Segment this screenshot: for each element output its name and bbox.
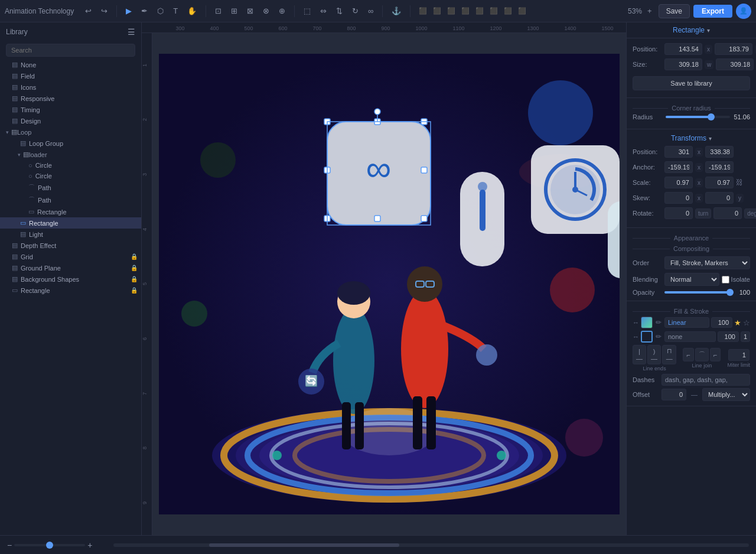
line-end-square[interactable]: ⊓— xyxy=(662,345,676,364)
boolean-tool[interactable]: ⊗ xyxy=(260,5,272,17)
search-input[interactable] xyxy=(6,44,135,57)
t-anchor-y-input[interactable] xyxy=(705,161,734,173)
save-button[interactable]: Save xyxy=(659,4,690,18)
line-join-round[interactable]: ⌒ xyxy=(695,348,709,361)
expand-tool[interactable]: ⇔ xyxy=(317,5,330,17)
t-skew-y-input[interactable] xyxy=(705,192,734,204)
align-left[interactable]: ⬛ xyxy=(416,6,429,16)
size-w-input[interactable] xyxy=(664,58,702,70)
layer-field[interactable]: ▤ Field xyxy=(0,70,141,82)
redo-button[interactable]: ↪ xyxy=(98,5,110,17)
export-button[interactable]: Export xyxy=(693,5,732,18)
scroll-thumb[interactable] xyxy=(209,543,400,547)
layer-loop-group[interactable]: ▤ Loop Group xyxy=(0,138,141,149)
layer-timing[interactable]: ▤ Timing xyxy=(0,104,141,115)
t-pos-y-input[interactable] xyxy=(705,146,734,158)
zoom-plus-toolbar[interactable]: + xyxy=(644,5,655,17)
layer-loader-header[interactable]: ▾ ▤ loader xyxy=(0,149,141,160)
layer-none[interactable]: ▤ None xyxy=(0,59,141,70)
offset-input[interactable] xyxy=(662,389,686,400)
rotate3d-tool[interactable]: ↻ xyxy=(349,5,361,17)
layer-loop-header[interactable]: ▾ ▤ Loop xyxy=(0,126,141,138)
align-tool[interactable]: ⊡ xyxy=(212,5,224,17)
transforms-chevron[interactable]: ▾ xyxy=(709,135,712,142)
sidebar-collapse-button[interactable]: ☰ xyxy=(128,27,135,37)
zoom-thumb[interactable] xyxy=(46,542,53,549)
save-to-library-button[interactable]: Save to library xyxy=(633,76,750,90)
fill-arrow-button[interactable]: ↔ xyxy=(633,319,639,326)
zoom-plus-button[interactable]: + xyxy=(87,540,92,550)
order-select[interactable]: Fill, Stroke, Markers xyxy=(664,256,750,269)
size-h-input[interactable] xyxy=(716,58,754,70)
line-join-bevel[interactable]: ⌐ xyxy=(710,348,721,361)
layer-path-1[interactable]: ⌒ Path xyxy=(0,181,141,194)
align-middle[interactable]: ⬛ xyxy=(473,6,486,16)
select-tool[interactable]: ▶ xyxy=(123,5,135,17)
hand-tool[interactable]: ✋ xyxy=(184,5,200,17)
flip-tool[interactable]: ⇅ xyxy=(333,5,346,17)
anchor-tool[interactable]: ⚓ xyxy=(389,5,404,17)
layer-responsive[interactable]: ▤ Responsive xyxy=(0,93,141,104)
distribute-tool[interactable]: ⊞ xyxy=(228,5,240,17)
canvas-inner[interactable]: 🔄 xyxy=(152,33,626,535)
artwork[interactable]: 🔄 xyxy=(159,54,620,514)
stroke-percent-input[interactable] xyxy=(718,331,739,342)
layer-depth-effect[interactable]: ▤ Depth Effect xyxy=(0,240,141,251)
t-anchor-x-input[interactable] xyxy=(664,161,693,173)
position-y-input[interactable] xyxy=(715,43,752,55)
shape-tool[interactable]: ⬡ xyxy=(154,5,167,17)
frame-tool[interactable]: ⬚ xyxy=(301,5,314,17)
layer-path-2[interactable]: ⌒ Path xyxy=(0,194,141,206)
t-rotate-x-input[interactable] xyxy=(664,207,693,219)
line-end-round[interactable]: )— xyxy=(647,345,661,364)
t-rotate-y-input[interactable] xyxy=(713,207,742,219)
opacity-slider-thumb[interactable] xyxy=(726,289,734,296)
layer-ground-plane[interactable]: ▤ Ground Plane 🔒 xyxy=(0,262,141,273)
pen-tool[interactable]: ✒ xyxy=(138,5,151,17)
layer-rect-inner[interactable]: ▭ Rectangle xyxy=(0,206,141,217)
fill-star-outline-icon[interactable]: ☆ xyxy=(743,318,750,327)
stroke-edit-button[interactable]: ✏ xyxy=(654,331,663,342)
blending-select[interactable]: Normal xyxy=(664,273,719,286)
radius-slider-track[interactable] xyxy=(666,116,730,118)
text-tool[interactable]: T xyxy=(170,5,181,17)
t-scale-x-input[interactable] xyxy=(664,177,693,188)
fill-edit-button[interactable]: ✏ xyxy=(654,317,663,328)
path-tool[interactable]: ⊕ xyxy=(276,5,288,17)
t-scale-y-input[interactable] xyxy=(705,177,734,188)
t-pos-x-input[interactable] xyxy=(664,146,693,158)
layer-rectangle-selected[interactable]: ▭ Rectangle xyxy=(0,217,141,229)
layer-rectangle-bottom[interactable]: ▭ Rectangle 🔒 xyxy=(0,285,141,296)
t-skew-x-input[interactable] xyxy=(664,192,693,204)
zoom-slider[interactable] xyxy=(14,544,85,546)
user-avatar[interactable]: 👤 xyxy=(736,4,751,19)
layer-icons[interactable]: ▤ Icons xyxy=(0,82,141,93)
layer-design[interactable]: ▤ Design xyxy=(0,115,141,126)
line-join-miter[interactable]: ⌐ xyxy=(683,348,693,361)
zoom-minus-button[interactable]: − xyxy=(7,540,12,550)
element-chevron[interactable]: ▾ xyxy=(707,27,710,34)
layer-circle-1[interactable]: ○ Circle xyxy=(0,160,141,171)
morph-tool[interactable]: ∞ xyxy=(365,5,376,17)
stroke-arrow-button[interactable]: ↔ xyxy=(633,333,639,340)
miter-value-input[interactable] xyxy=(728,349,750,361)
fill-percent-input[interactable] xyxy=(711,317,732,328)
undo-button[interactable]: ↩ xyxy=(82,5,94,17)
layer-circle-2[interactable]: ○ Circle xyxy=(0,171,141,181)
dashes-input[interactable] xyxy=(662,374,750,386)
canvas-container[interactable]: 1 2 3 4 5 6 7 8 9 xyxy=(142,33,626,535)
isolate-check-input[interactable] xyxy=(722,276,729,283)
stroke-swatch[interactable] xyxy=(641,331,653,343)
distribute-v[interactable]: ⬛ xyxy=(516,6,529,16)
layer-grid[interactable]: ▤ Grid 🔒 xyxy=(0,251,141,262)
transform-tool[interactable]: ⊠ xyxy=(244,5,256,17)
line-end-butt[interactable]: |— xyxy=(633,345,646,364)
position-x-input[interactable] xyxy=(664,43,702,55)
isolate-checkbox[interactable]: Isolate xyxy=(722,276,750,283)
align-right[interactable]: ⬛ xyxy=(445,6,458,16)
opacity-slider-track[interactable] xyxy=(664,291,734,294)
horizontal-scrollbar[interactable] xyxy=(113,543,749,547)
radius-slider-thumb[interactable] xyxy=(708,113,715,120)
layer-background-shapes[interactable]: ▤ Background Shapes 🔒 xyxy=(0,273,141,285)
layer-light[interactable]: ▤ Light xyxy=(0,229,141,240)
